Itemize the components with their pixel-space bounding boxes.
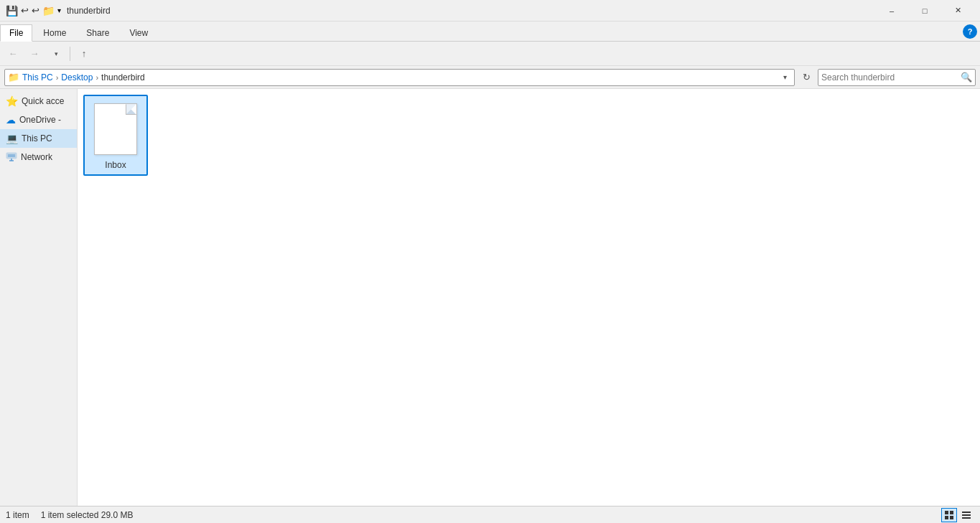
- address-input-wrap[interactable]: 📁 This PC › Desktop › thunderbird ▾: [4, 69, 795, 86]
- status-bar: 1 item 1 item selected 29.0 MB: [0, 506, 980, 523]
- redo-icon[interactable]: ↩: [32, 5, 39, 16]
- file-label: Inbox: [105, 160, 126, 170]
- search-wrap[interactable]: 🔍: [818, 69, 976, 86]
- svg-rect-8: [962, 512, 971, 513]
- tab-home[interactable]: Home: [34, 24, 75, 41]
- breadcrumb-sep-2: ›: [95, 73, 98, 82]
- item-count: 1 item: [6, 510, 29, 520]
- breadcrumb: 📁 This PC › Desktop › thunderbird: [8, 72, 778, 83]
- document-fold-icon: [126, 104, 136, 114]
- tab-view[interactable]: View: [120, 24, 157, 41]
- this-pc-icon: 💻: [6, 133, 18, 144]
- save-icon[interactable]: 💾: [6, 5, 18, 17]
- toolbar-separator: [70, 47, 70, 61]
- refresh-button[interactable]: ↻: [798, 69, 815, 86]
- tab-file[interactable]: File: [0, 24, 32, 42]
- main-layout: ⭐ Quick acce ☁ OneDrive - 💻 This PC Netw…: [0, 89, 980, 506]
- sidebar-item-onedrive[interactable]: ☁ OneDrive -: [0, 110, 77, 129]
- breadcrumb-thunderbird: thunderbird: [101, 72, 145, 83]
- dropdown-arrow-icon[interactable]: ▾: [57, 6, 61, 14]
- breadcrumb-sep-1: ›: [56, 73, 59, 82]
- title-bar: 💾 ↩ ↩ 📁 ▾ thunderbird – □ ✕: [0, 0, 980, 22]
- tab-share[interactable]: Share: [77, 24, 118, 41]
- minimize-button[interactable]: –: [875, 0, 908, 22]
- title-bar-folder-icon: 📁: [42, 5, 55, 17]
- sidebar-label-this-pc: This PC: [22, 133, 52, 143]
- sidebar-item-quick-access[interactable]: ⭐ Quick acce: [0, 92, 77, 110]
- sidebar-label-onedrive: OneDrive -: [19, 115, 61, 125]
- svg-rect-9: [962, 514, 971, 516]
- content-area: Inbox: [78, 89, 980, 506]
- sidebar-item-this-pc[interactable]: 💻 This PC: [0, 129, 77, 148]
- up-button[interactable]: ↑: [74, 44, 94, 64]
- maximize-button[interactable]: □: [908, 0, 941, 22]
- network-icon: [6, 150, 17, 164]
- status-bar-right: [941, 508, 974, 522]
- file-icon-wrap: [90, 100, 141, 158]
- search-icon: 🔍: [961, 72, 972, 83]
- sidebar-label-quick-access: Quick acce: [22, 96, 64, 106]
- svg-rect-6: [945, 516, 948, 519]
- ribbon-tabs: File Home Share View ?: [0, 22, 980, 42]
- toolbar: ← → ▾ ↑: [0, 42, 980, 66]
- grid-view-button[interactable]: [941, 508, 957, 522]
- svg-rect-1: [8, 154, 15, 157]
- back-button[interactable]: ←: [3, 44, 23, 64]
- title-bar-icons: 💾 ↩ ↩ 📁 ▾: [6, 5, 61, 17]
- breadcrumb-this-pc[interactable]: This PC: [22, 72, 53, 83]
- list-view-button[interactable]: [958, 508, 974, 522]
- list-item[interactable]: Inbox: [83, 95, 148, 176]
- close-button[interactable]: ✕: [941, 0, 974, 22]
- svg-rect-4: [945, 511, 948, 514]
- onedrive-icon: ☁: [6, 114, 16, 126]
- address-dropdown-button[interactable]: ▾: [778, 70, 791, 85]
- sidebar-label-network: Network: [21, 152, 52, 162]
- undo-icon[interactable]: ↩: [21, 5, 29, 16]
- breadcrumb-folder-icon: 📁: [8, 72, 19, 83]
- forward-button[interactable]: →: [24, 44, 45, 64]
- address-bar: 📁 This PC › Desktop › thunderbird ▾ ↻ 🔍: [0, 66, 980, 89]
- recent-locations-button[interactable]: ▾: [46, 44, 66, 64]
- help-button[interactable]: ?: [963, 24, 977, 39]
- sidebar-item-network[interactable]: Network: [0, 148, 77, 166]
- sidebar: ⭐ Quick acce ☁ OneDrive - 💻 This PC Netw…: [0, 89, 78, 506]
- quick-access-icon: ⭐: [6, 95, 18, 107]
- breadcrumb-desktop[interactable]: Desktop: [61, 72, 93, 83]
- selected-info: 1 item selected 29.0 MB: [41, 510, 134, 520]
- search-input[interactable]: [821, 72, 961, 83]
- svg-rect-7: [950, 516, 953, 519]
- document-icon: [94, 103, 137, 155]
- svg-rect-5: [950, 511, 953, 514]
- title-bar-controls: – □ ✕: [875, 0, 974, 22]
- svg-rect-10: [962, 517, 971, 519]
- title-bar-title: thunderbird: [67, 6, 875, 16]
